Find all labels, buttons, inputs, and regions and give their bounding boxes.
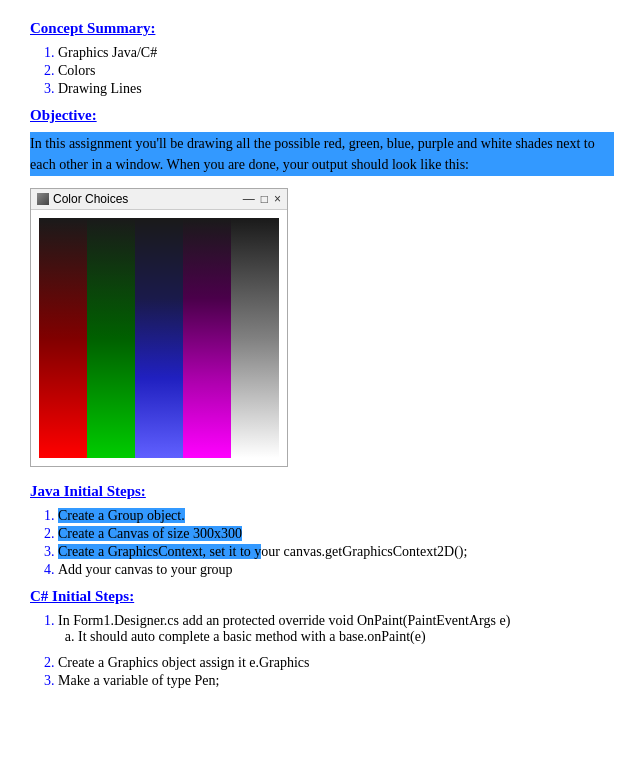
csharp-sub-step-1a-text: It should auto complete a basic method w… [78,629,426,644]
csharp-step-1-sublist: It should auto complete a basic method w… [78,629,614,645]
csharp-step-2-text: Create a Graphics object assign it e.Gra… [58,655,310,670]
list-item: Graphics Java/C# [58,45,614,61]
minimize-button[interactable]: — [243,192,255,206]
list-item: Drawing Lines [58,81,614,97]
java-step-3-text-part: Create a GraphicsContext, set it to y [58,544,261,559]
csharp-steps-list: In Form1.Designer.cs add an protected ov… [58,613,614,689]
restore-button[interactable]: □ [261,192,268,206]
csharp-step-1: In Form1.Designer.cs add an protected ov… [58,613,614,645]
java-step-1: Create a Group object. [58,508,614,524]
color-window: Color Choices — □ × [30,188,288,467]
concept-summary-list: Graphics Java/C# Colors Drawing Lines [58,45,614,97]
java-step-4-text: Add your canvas to your group [58,562,233,577]
concept-summary-title: Concept Summary: [30,20,614,37]
window-icon [37,193,49,205]
csharp-step-3: Make a variable of type Pen; [58,673,614,689]
java-step-2-text: Create a Canvas of size 300x300 [58,526,242,541]
titlebar-left: Color Choices [37,192,128,206]
csharp-sub-step-1a: It should auto complete a basic method w… [78,629,614,645]
java-step-3-text-rest: our canvas.getGraphicsContext2D(); [261,544,467,559]
green-strip [87,218,135,458]
csharp-steps-title: C# Initial Steps: [30,588,614,605]
window-title: Color Choices [53,192,128,206]
objective-text: In this assignment you'll be drawing all… [30,132,614,176]
purple-strip [183,218,231,458]
java-steps-list: Create a Group object. Create a Canvas o… [58,508,614,578]
java-steps-section: Java Initial Steps: Create a Group objec… [30,483,614,578]
objective-section: Objective: In this assignment you'll be … [30,107,614,176]
csharp-step-2: Create a Graphics object assign it e.Gra… [58,655,614,671]
csharp-steps-section: C# Initial Steps: In Form1.Designer.cs a… [30,588,614,689]
objective-title: Objective: [30,107,614,124]
color-strips [31,210,287,466]
titlebar-buttons: — □ × [243,192,281,206]
blue-strip [135,218,183,458]
csharp-step-3-text: Make a variable of type Pen; [58,673,219,688]
java-step-3: Create a GraphicsContext, set it to your… [58,544,614,560]
csharp-step-1-text: In Form1.Designer.cs add an protected ov… [58,613,510,628]
java-step-4: Add your canvas to your group [58,562,614,578]
close-button[interactable]: × [274,192,281,206]
color-window-titlebar: Color Choices — □ × [31,189,287,210]
white-strip [231,218,279,458]
java-step-1-text: Create a Group object. [58,508,185,523]
java-steps-title: Java Initial Steps: [30,483,614,500]
red-strip [39,218,87,458]
concept-summary-section: Concept Summary: Graphics Java/C# Colors… [30,20,614,97]
java-step-2: Create a Canvas of size 300x300 [58,526,614,542]
list-item: Colors [58,63,614,79]
color-window-wrapper: Color Choices — □ × [30,188,614,467]
